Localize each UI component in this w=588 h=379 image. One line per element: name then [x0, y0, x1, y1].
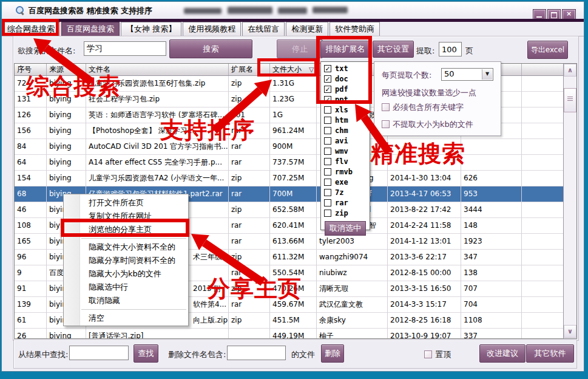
- vertical-scrollbar[interactable]: ∧ ∨: [563, 64, 576, 338]
- table-row-84[interactable]: 84biyingAutoCAD Civil 3D 201 官方学习指南书...r…: [15, 139, 564, 155]
- cell: 961.24M: [270, 123, 317, 138]
- minimize-icon: [536, 16, 542, 18]
- ext-option-rar[interactable]: rar: [324, 198, 370, 208]
- tab-4[interactable]: 使用视频教程: [183, 22, 241, 36]
- export-excel-button[interactable]: 导出excel: [527, 41, 568, 59]
- find-button[interactable]: 查找: [133, 344, 158, 363]
- checkbox-icon[interactable]: [324, 127, 331, 134]
- ext-option-rmvb[interactable]: rmvb: [324, 167, 370, 177]
- annotation-text-sortable: 支持排序: [160, 118, 255, 142]
- cell: 2013-3-15 16:50: [388, 281, 461, 296]
- cell: 清晰无瑕: [317, 281, 388, 296]
- extract-pages-input[interactable]: [439, 42, 462, 56]
- delete-contains-input[interactable]: [227, 346, 286, 360]
- column-header-label: 文件名: [89, 65, 110, 73]
- bottom-bar: 从结果中查找: 查找 删除文件名包含: 的文件 删除 置顶 改进建议 其它软件: [13, 340, 577, 369]
- checkbox-icon[interactable]: [424, 350, 432, 358]
- cell: [522, 265, 564, 281]
- menu-item-5[interactable]: 隐藏文件大小资料不全的: [80, 241, 188, 254]
- checkbox-icon[interactable]: [382, 103, 390, 111]
- cell: zip: [229, 250, 270, 265]
- skip-kb-files-option[interactable]: 不提取大小为kb的文件: [382, 119, 473, 130]
- menu-item-1[interactable]: 打开文件所在页: [80, 196, 188, 210]
- cell: zip: [229, 202, 270, 217]
- tab-6[interactable]: 检测更新: [286, 22, 328, 36]
- cell: 2012-8-15 00:00: [388, 265, 461, 281]
- suggestions-button[interactable]: 改进建议: [479, 344, 525, 363]
- cell: 154: [15, 171, 47, 186]
- combo-dropdown-button[interactable]: ▼: [482, 69, 492, 80]
- checkbox-icon[interactable]: [324, 158, 331, 165]
- cell: tyler2003: [317, 234, 388, 249]
- checkbox-icon[interactable]: [324, 199, 331, 207]
- ext-option-htm[interactable]: htm: [324, 115, 370, 125]
- ext-option-label: flv: [335, 157, 348, 166]
- cell: biying: [47, 139, 86, 154]
- cell: 449.19M: [270, 329, 317, 338]
- tab-3[interactable]: 【女神 搜索】: [121, 22, 181, 36]
- cell: [522, 76, 564, 91]
- redacted-text: [184, 8, 221, 14]
- checkbox-icon[interactable]: [324, 148, 331, 155]
- menu-item-11[interactable]: 清空: [80, 312, 188, 325]
- cell: [461, 155, 522, 170]
- tab-7[interactable]: 软件赞助商: [329, 22, 380, 36]
- table-row-64[interactable]: 64biyingA14 after effect CS5 完全学习手册.p...…: [15, 155, 564, 171]
- table-row-26[interactable]: 26biying[普通话学习.zip]449.19M柚子2013-10-9 19…: [15, 329, 564, 338]
- delete-button[interactable]: 删除: [321, 344, 344, 363]
- find-in-results-input[interactable]: [69, 346, 129, 360]
- checkbox-icon[interactable]: [324, 168, 331, 176]
- checkbox-icon[interactable]: [324, 137, 331, 145]
- ext-option-xls[interactable]: xls: [324, 105, 370, 115]
- tab-2[interactable]: 百度网盘搜索: [61, 22, 120, 36]
- ext-option-flv[interactable]: flv: [324, 157, 370, 166]
- tab-5[interactable]: 在线留言: [242, 22, 285, 36]
- search-button[interactable]: 搜索: [169, 39, 252, 58]
- pin-top-option[interactable]: 置顶: [424, 349, 451, 360]
- annotation-text-precise-search: 精准搜索: [371, 142, 465, 165]
- checkbox-icon[interactable]: [324, 179, 331, 186]
- maximize-icon: [551, 12, 557, 18]
- ext-option-exe[interactable]: exe: [324, 177, 370, 187]
- cell: [522, 155, 564, 170]
- scrollbar-thumb[interactable]: [564, 88, 576, 112]
- column-header-9[interactable]: [522, 64, 564, 75]
- checkbox-icon[interactable]: [382, 120, 390, 128]
- filename-input[interactable]: [84, 41, 166, 56]
- menu-item-6[interactable]: 隐藏分享时间资料不全的: [80, 254, 188, 267]
- cell: rar: [229, 234, 270, 249]
- cell: rar: [229, 155, 270, 170]
- redacted-text: [228, 7, 272, 14]
- cell: 611.32M: [270, 250, 317, 265]
- cell: 2013-8-22 17:42: [388, 202, 461, 217]
- menu-item-8[interactable]: 隐藏选中行: [80, 281, 188, 294]
- cell: zip: [229, 313, 270, 328]
- ext-option-zip[interactable]: zip: [324, 208, 370, 218]
- other-settings-button[interactable]: 其它设置: [373, 41, 414, 58]
- ext-option-chm[interactable]: chm: [324, 126, 370, 135]
- checkbox-icon[interactable]: [324, 210, 331, 217]
- cell: [229, 329, 270, 338]
- require-all-keywords-option[interactable]: 必须包含所有关键字: [382, 102, 464, 113]
- ext-option-wmv[interactable]: wmv: [324, 146, 370, 156]
- ext-option-label: chm: [335, 126, 348, 135]
- uncheck-all-button[interactable]: 取消选中: [325, 221, 366, 236]
- other-software-button[interactable]: 其它软件: [526, 344, 574, 363]
- scroll-up-button[interactable]: ∧: [564, 64, 576, 77]
- table-row-154[interactable]: 154biying儿童学习乐园资源包7A2 (小学语文一年...zip707.2…: [15, 171, 564, 186]
- cell: 2013-4-17 06:53: [388, 186, 461, 202]
- gridline: [521, 76, 522, 338]
- checkbox-icon[interactable]: [324, 117, 331, 124]
- menu-item-7[interactable]: 隐藏大小为kb的文件: [80, 267, 188, 281]
- checkbox-icon[interactable]: [324, 106, 331, 114]
- ext-option-7z[interactable]: 7z: [324, 188, 370, 197]
- cell: 9: [15, 265, 47, 281]
- per-page-combobox[interactable]: 50 ▼: [441, 68, 493, 81]
- checkbox-icon[interactable]: [324, 189, 331, 196]
- ext-option-avi[interactable]: avi: [324, 136, 370, 146]
- cell: 126: [15, 108, 47, 123]
- cell: 96: [15, 250, 47, 265]
- cell: 武汉亿童文教: [317, 297, 388, 312]
- scroll-down-button[interactable]: ∨: [564, 325, 576, 338]
- menu-item-9[interactable]: 取消隐藏: [80, 294, 188, 307]
